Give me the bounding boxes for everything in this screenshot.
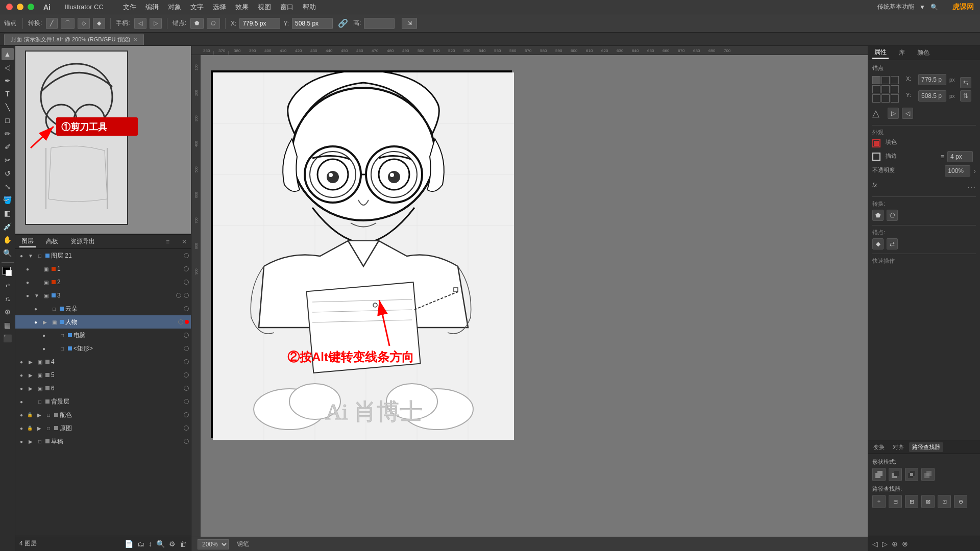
menu-window[interactable]: 窗口 <box>280 3 293 12</box>
layer-visibility-toggle[interactable]: ● <box>17 371 26 379</box>
tab-align[interactable]: 对齐 <box>890 442 907 452</box>
shape-intersect-btn[interactable] <box>905 468 918 481</box>
anchor-ml[interactable] <box>872 85 880 93</box>
tab-properties[interactable]: 属性 <box>872 47 889 59</box>
layer-row[interactable]: ● □ 背景层 <box>15 395 191 408</box>
line-tool[interactable]: ╲ <box>2 101 14 113</box>
menu-effects[interactable]: 效果 <box>235 3 249 12</box>
menu-select[interactable]: 选择 <box>213 3 226 12</box>
anchor-bc[interactable] <box>881 94 890 103</box>
menu-help[interactable]: 帮助 <box>303 3 316 12</box>
flip-v-button[interactable]: ⇅ <box>960 90 971 102</box>
y-input[interactable] <box>292 18 333 29</box>
document-tab[interactable]: 封面-演示源文件1.ai* @ 200% (RGB/GPU 预览) ✕ <box>4 34 144 45</box>
layer-visibility-toggle[interactable]: ● <box>17 384 26 392</box>
scale-tool[interactable]: ⤡ <box>2 181 14 193</box>
pathfinder-divide-btn[interactable]: ÷ <box>872 495 886 508</box>
image-warp-tool[interactable]: ⎌ <box>2 292 14 305</box>
direct-selection-tool[interactable]: ◁ <box>2 61 14 73</box>
shape-minus-front-btn[interactable] <box>889 468 902 481</box>
opacity-arrow[interactable]: › <box>973 167 976 175</box>
rotate-tool[interactable]: ↺ <box>2 167 14 180</box>
layer-visibility-toggle[interactable]: ● <box>17 397 26 406</box>
angle-reset-btn[interactable]: ◁ <box>902 108 913 119</box>
menu-object[interactable]: 对象 <box>168 3 181 12</box>
layers-tab[interactable]: 图层 <box>19 236 36 247</box>
layer-row[interactable]: ● ▶ ▣ 6 <box>15 382 191 395</box>
flip-h-button[interactable]: ⇆ <box>960 77 971 88</box>
layer-visibility-toggle[interactable]: ● <box>32 318 40 326</box>
hand-tool[interactable]: ✋ <box>2 234 14 246</box>
tab-pathfinder[interactable]: 路径查找器 <box>909 442 943 452</box>
layers-panel-menu[interactable]: ≡ <box>166 238 169 245</box>
layer-expand-toggle[interactable]: ▶ <box>36 424 43 432</box>
anchor-tl[interactable] <box>872 76 880 84</box>
anchor-mc[interactable] <box>881 85 890 93</box>
layer-visibility-toggle[interactable]: ● <box>32 305 40 313</box>
new-sub-layer-button[interactable]: 🗂 <box>137 540 144 548</box>
layer-visibility-toggle[interactable]: ● <box>23 278 32 286</box>
mac-minimize-button[interactable] <box>17 4 23 10</box>
pathfinder-outline-btn[interactable]: ⊡ <box>938 495 951 508</box>
right-icon4[interactable]: ⊗ <box>902 540 908 548</box>
shape-exclude-btn[interactable] <box>921 468 935 481</box>
layer-row[interactable]: ● ▶ ▣ 4 <box>15 355 191 368</box>
layer-visibility-toggle[interactable]: ● <box>17 437 26 445</box>
layer-expand-toggle[interactable]: ▶ <box>27 438 34 445</box>
layer-expand-toggle[interactable]: ▼ <box>27 252 34 259</box>
zoom-tool[interactable]: 🔍 <box>2 247 14 259</box>
new-layer-button[interactable]: 📄 <box>125 540 133 548</box>
pathfinder-minus-back-btn[interactable]: ⊖ <box>954 495 967 508</box>
layer-expand-toggle[interactable]: ▶ <box>27 358 34 365</box>
scissors-tool[interactable]: ✂ <box>2 154 14 166</box>
delete-layer-button[interactable]: 🗑 <box>180 540 187 548</box>
transform-btn[interactable]: ⇲ <box>402 18 417 29</box>
angle-transform-btn[interactable]: ▷ <box>888 108 899 119</box>
type-tool[interactable]: T <box>2 88 14 100</box>
layer-expand-toggle[interactable]: ▶ <box>36 411 43 418</box>
pathfinder-merge-btn[interactable]: ⊞ <box>905 495 918 508</box>
anchor-btn1[interactable]: ⬟ <box>190 18 204 29</box>
anchor-mr[interactable] <box>891 85 899 93</box>
pathfinder-trim-btn[interactable]: ⊟ <box>889 495 902 508</box>
asset-export-tab[interactable]: 资源导出 <box>68 236 97 247</box>
layers-panel-close[interactable]: ✕ <box>182 238 187 245</box>
x-prop-input[interactable] <box>918 74 946 85</box>
convert-btn2[interactable]: ⌒ <box>61 18 75 29</box>
tab-library[interactable]: 库 <box>897 47 907 58</box>
anchor-tr[interactable] <box>891 76 899 84</box>
search-icon[interactable]: 🔍 <box>930 4 938 11</box>
layer-expand-toggle[interactable]: ▶ <box>27 371 34 379</box>
menu-file[interactable]: 文件 <box>123 3 136 12</box>
layer-row[interactable]: ● ▶ □ 草稿 <box>15 435 191 448</box>
right-icon2[interactable]: ▷ <box>882 540 888 548</box>
layer-row[interactable]: ● 🔒 ▶ □ 原图 <box>15 421 191 435</box>
rect-tool[interactable]: □ <box>2 114 14 127</box>
right-icon1[interactable]: ◁ <box>872 540 878 548</box>
layer-visibility-toggle[interactable]: ● <box>17 358 26 366</box>
pen-tool[interactable]: ✒ <box>2 74 14 87</box>
gradient-tool[interactable]: ◧ <box>2 207 14 219</box>
anchor-convert-btn2[interactable]: ⇄ <box>887 238 898 249</box>
paintbrush-tool[interactable]: ✏ <box>2 128 14 140</box>
tab-transform[interactable]: 变换 <box>870 442 888 452</box>
layer-visibility-toggle[interactable]: ● <box>23 291 32 299</box>
column-graph-tool[interactable]: ▦ <box>2 319 14 331</box>
layer-row[interactable]: ● ▼ ▣ 3 <box>15 289 191 302</box>
eyedropper-tool[interactable]: 💉 <box>2 220 14 233</box>
convert-btn3[interactable]: ◇ <box>78 18 90 29</box>
fx-more-btn[interactable]: … <box>967 180 976 190</box>
canvas-viewport[interactable]: Ai 肖博士 <box>201 55 868 542</box>
hand-btn2[interactable]: ▷ <box>150 18 162 29</box>
mac-maximize-button[interactable] <box>28 4 34 10</box>
transform-btn2[interactable]: ⬠ <box>887 210 898 221</box>
opacity-input[interactable] <box>945 165 970 177</box>
symbol-spray-tool[interactable]: ⊕ <box>2 306 14 318</box>
height-input[interactable] <box>364 18 395 29</box>
layer-row[interactable]: ● ▣ 2 <box>15 276 191 289</box>
layer-row[interactable]: ● □ 云朵 <box>15 302 191 315</box>
layer-expand-toggle[interactable]: ▶ <box>27 385 34 392</box>
selection-tool[interactable]: ▲ <box>2 48 14 60</box>
layer-expand-toggle[interactable]: ▼ <box>33 292 40 299</box>
layer-row[interactable]: ● ▶ ▣ 5 <box>15 368 191 382</box>
